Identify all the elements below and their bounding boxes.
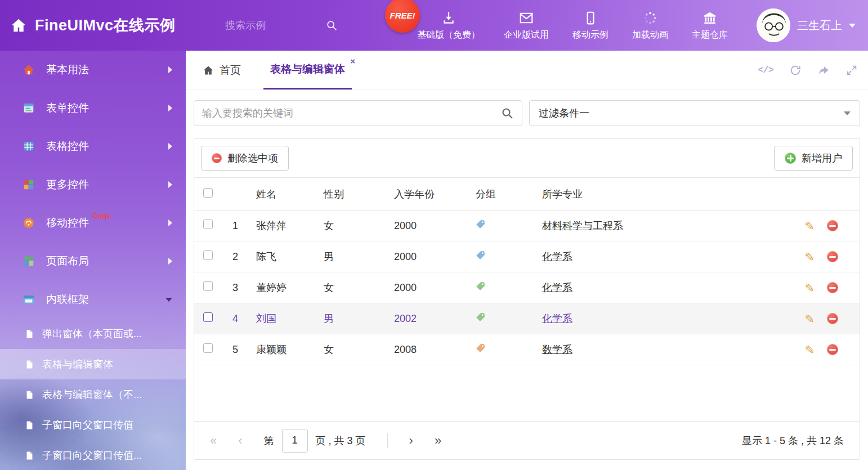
chevron-right-icon — [168, 143, 172, 150]
row-checkbox[interactable] — [203, 343, 213, 353]
nav-theme-repository[interactable]: 主题仓库 — [692, 10, 728, 41]
submenu-item-child-to-parent[interactable]: 子窗口向父窗口传值 — [0, 410, 186, 440]
edit-icon[interactable] — [804, 344, 815, 356]
page-prefix-label: 第 — [264, 434, 274, 447]
major-link[interactable]: 化学系 — [542, 251, 572, 262]
cell-year: 2002 — [387, 303, 469, 334]
submenu-item-child-to-parent-2[interactable]: 子窗口向父窗口传值... — [0, 440, 186, 470]
add-user-button[interactable]: 新增用户 — [774, 146, 853, 171]
tab-grid-edit-window[interactable]: 表格与编辑窗体 × — [263, 51, 352, 89]
search-icon[interactable] — [500, 106, 514, 120]
major-link[interactable]: 数学系 — [542, 344, 572, 355]
row-index: 5 — [221, 334, 249, 365]
select-all-checkbox[interactable] — [203, 188, 213, 198]
delete-row-icon[interactable] — [827, 220, 838, 231]
table-row[interactable]: 1 张萍萍 女 2000 材料科学与工程系 — [194, 211, 860, 241]
top-navigation: 基础版（免费） 企业版试用 移动示例 加载动画 — [417, 10, 728, 41]
tag-icon — [476, 281, 485, 291]
table-row[interactable]: 3 董婷婷 女 2000 化学系 — [194, 272, 860, 303]
sidebar-item-form-controls[interactable]: 表单控件 — [0, 89, 186, 127]
submenu-item-label: 子窗口向父窗口传值 — [42, 418, 133, 432]
sidebar-item-mobile-controls[interactable]: 移动控件 Corp. — [0, 204, 186, 242]
delete-row-icon[interactable] — [827, 344, 838, 355]
close-icon[interactable]: × — [350, 57, 355, 65]
mobile-icon — [583, 10, 598, 25]
sidebar-item-label: 基本用法 — [46, 62, 89, 77]
column-header-name: 姓名 — [249, 178, 317, 211]
nav-label: 主题仓库 — [692, 29, 728, 41]
chevron-right-icon — [168, 181, 172, 188]
row-checkbox[interactable] — [203, 281, 213, 291]
cell-name: 陈飞 — [249, 241, 317, 272]
brand[interactable]: FineUIMvc在线示例 — [0, 15, 225, 35]
column-header-actions — [769, 178, 860, 211]
cell-year: 2000 — [387, 241, 469, 272]
free-badge: FREE! — [385, 0, 420, 33]
delete-selected-button[interactable]: 删除选中项 — [201, 146, 289, 171]
edit-icon[interactable] — [804, 313, 815, 325]
app-window: FineUIMvc在线示例 FREE! 基础版（免费） 企业版试用 — [0, 0, 868, 470]
next-page-button[interactable]: › — [409, 435, 413, 447]
fullscreen-icon[interactable] — [845, 64, 858, 77]
table-row-selected[interactable]: 4 刘国 男 2002 化学系 — [194, 303, 860, 334]
edit-icon[interactable] — [804, 251, 815, 263]
table-row[interactable]: 5 康颖颖 女 2008 数学系 — [194, 334, 860, 365]
tab-label: 首页 — [220, 63, 241, 78]
nav-loading-animation[interactable]: 加载动画 — [632, 10, 668, 41]
nav-enterprise-trial[interactable]: 企业版试用 — [504, 10, 549, 41]
app-title: FineUIMvc在线示例 — [35, 15, 176, 35]
tabbar-tools: </> — [758, 51, 858, 89]
major-link[interactable]: 材料科学与工程系 — [542, 220, 623, 231]
avatar[interactable] — [757, 8, 790, 42]
submenu-item-grid-edit-window[interactable]: 表格与编辑窗体 — [0, 349, 186, 379]
tab-home[interactable]: 首页 — [196, 51, 248, 89]
page-suffix-label: 页 , 共 3 页 — [316, 434, 366, 447]
submenu-item-popup-window[interactable]: 弹出窗体（本页面或... — [0, 319, 186, 349]
delete-row-icon[interactable] — [827, 282, 838, 293]
open-new-window-icon[interactable] — [817, 64, 830, 77]
filter-condition-dropdown[interactable]: 过滤条件一 — [529, 100, 860, 126]
sidebar-item-inline-frame[interactable]: 内联框架 — [0, 280, 186, 319]
page-body: 过滤条件一 删除选中项 新增用户 — [186, 90, 868, 470]
table-row[interactable]: 2 陈飞 男 2000 化学系 — [194, 241, 860, 272]
major-link[interactable]: 化学系 — [542, 313, 572, 324]
row-index: 2 — [221, 241, 249, 272]
user-menu[interactable]: 三生石上 — [757, 8, 856, 42]
delete-row-icon[interactable] — [827, 251, 838, 262]
sidebar-item-basic-usage[interactable]: 基本用法 — [0, 51, 186, 89]
chevron-down-icon[interactable] — [849, 24, 856, 28]
sidebar-item-more-controls[interactable]: 更多控件 — [0, 165, 186, 204]
download-icon — [441, 10, 456, 25]
sidebar-item-page-layout[interactable]: 页面布局 — [0, 242, 186, 280]
nav-basic-edition[interactable]: 基础版（免费） — [417, 10, 480, 41]
delete-row-icon[interactable] — [827, 313, 838, 324]
cell-year: 2000 — [387, 272, 469, 303]
page-number-input[interactable] — [282, 429, 308, 453]
cell-name: 张萍萍 — [249, 211, 317, 241]
source-code-icon[interactable]: </> — [758, 65, 773, 75]
sidebar-item-grid-controls[interactable]: 表格控件 — [0, 127, 186, 165]
home-tab-icon — [203, 65, 214, 76]
tag-icon — [476, 220, 485, 229]
row-index: 1 — [221, 211, 249, 241]
cell-name: 康颖颖 — [249, 334, 317, 365]
edit-icon[interactable] — [804, 282, 815, 294]
row-checkbox[interactable] — [203, 312, 213, 322]
edit-icon[interactable] — [804, 220, 815, 232]
search-icon[interactable] — [325, 19, 338, 32]
dropdown-value: 过滤条件一 — [539, 106, 589, 120]
nav-mobile-demo[interactable]: 移动示例 — [572, 10, 609, 41]
last-page-button[interactable]: » — [435, 435, 441, 447]
chevron-right-icon — [168, 66, 172, 73]
row-checkbox[interactable] — [203, 220, 213, 229]
header-search-input[interactable] — [225, 20, 298, 32]
row-checkbox[interactable] — [203, 250, 213, 260]
sidebar-item-label: 更多控件 — [46, 177, 89, 192]
submenu-item-grid-edit-window-2[interactable]: 表格与编辑窗体（不... — [0, 379, 186, 410]
prev-page-button[interactable]: ‹ — [238, 435, 242, 447]
refresh-icon[interactable] — [789, 64, 802, 77]
first-page-button[interactable]: « — [210, 435, 217, 447]
divider — [387, 433, 388, 448]
keyword-search-input[interactable] — [202, 108, 500, 119]
major-link[interactable]: 化学系 — [542, 282, 572, 293]
